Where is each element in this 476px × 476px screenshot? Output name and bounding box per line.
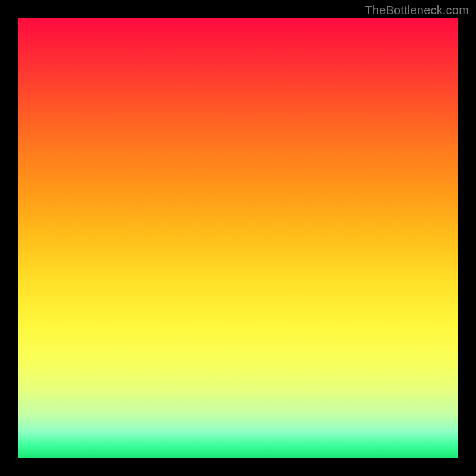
heat-gradient-background [18,18,458,458]
watermark-text: TheBottleneck.com [365,4,469,17]
plot-area [18,18,458,458]
